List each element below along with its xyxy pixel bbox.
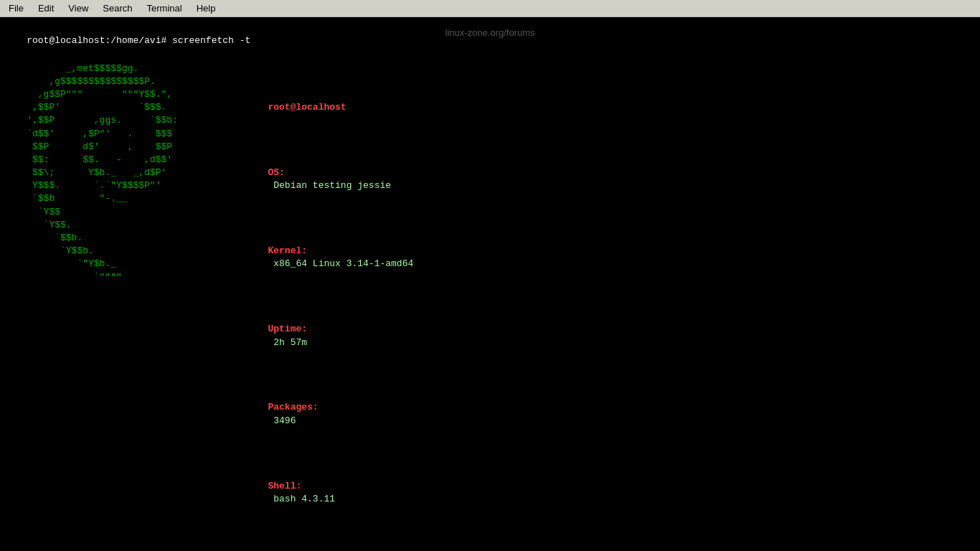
shell-label: Shell:	[268, 481, 301, 491]
prompt: root@localhost:/home/avi#	[27, 35, 166, 46]
command-text: screenfetch -t	[166, 35, 250, 46]
packages-line: Packages: 3496	[223, 388, 458, 441]
os-line: OS: Debian testing jessie	[223, 154, 458, 206]
kernel-value: x86_64 Linux 3.14-1-amd64	[268, 258, 413, 269]
username-host-line: root@localhost	[223, 88, 458, 128]
username-host-label: root@localhost	[268, 102, 346, 113]
os-label: OS:	[268, 167, 284, 178]
packages-value: 3496	[268, 415, 296, 426]
resolution-line: Resolution: 980x551	[223, 545, 458, 552]
menu-bar: File Edit View Search Terminal Help	[0, 0, 980, 17]
shell-line: Shell: bash 4.3.11	[223, 466, 458, 519]
menu-search[interactable]: Search	[97, 1, 138, 15]
os-value: Debian testing jessie	[268, 180, 391, 191]
packages-label: Packages:	[268, 402, 318, 413]
watermark: linux-zone.org/forums	[446, 27, 535, 38]
sysinfo-block: root@localhost OS: Debian testing jessie…	[216, 62, 458, 551]
menu-file[interactable]: File	[3, 1, 29, 15]
menu-edit[interactable]: Edit	[32, 1, 60, 15]
screenfetch-output: _,met$$$$$gg. ,g$$$$$$$$$$$$$$$P. ,g$$P"…	[4, 62, 976, 551]
menu-help[interactable]: Help	[191, 1, 222, 15]
kernel-label: Kernel:	[268, 245, 307, 256]
ascii-art: _,met$$$$$gg. ,g$$$$$$$$$$$$$$$P. ,g$$P"…	[4, 62, 216, 551]
uptime-line: Uptime: 2h 57m	[223, 310, 458, 362]
uptime-label: Uptime:	[268, 324, 307, 334]
shell-value: bash 4.3.11	[268, 494, 335, 504]
kernel-line: Kernel: x86_64 Linux 3.14-1-amd64	[223, 232, 458, 284]
terminal-window[interactable]: linux-zone.org/forums root@localhost:/ho…	[0, 17, 980, 551]
menu-view[interactable]: View	[62, 1, 94, 15]
menu-terminal[interactable]: Terminal	[141, 1, 188, 15]
uptime-value: 2h 57m	[268, 337, 307, 348]
